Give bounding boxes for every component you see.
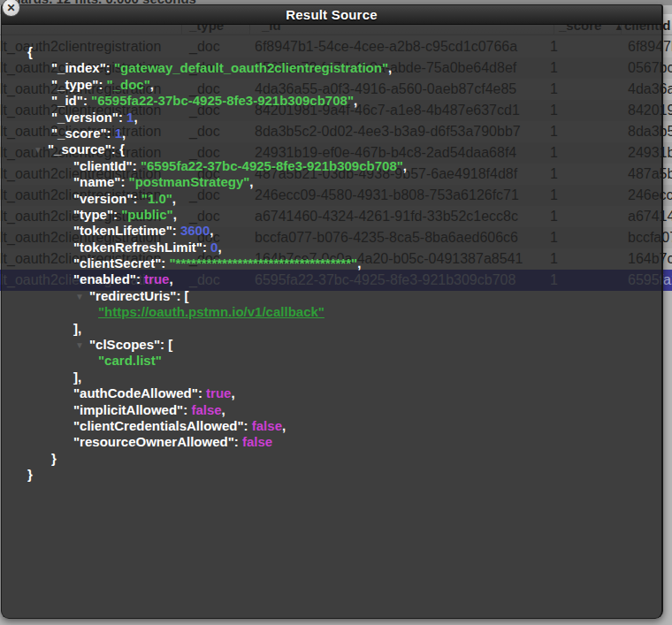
json-line: "authCodeAllowed": true, bbox=[1, 385, 662, 401]
json-line: ], bbox=[1, 370, 662, 385]
json-line: "enabled": true, bbox=[1, 271, 662, 287]
json-token: "_index" bbox=[51, 60, 106, 75]
json-line: "_id": "6595fa22-37bc-4925-8fe3-921b309c… bbox=[1, 93, 662, 109]
json-line: "implicitAllowed": false, bbox=[1, 402, 662, 418]
json-token: 1 bbox=[115, 126, 122, 141]
json-token: "clientSecret" bbox=[73, 255, 161, 271]
json-token: } bbox=[51, 451, 57, 466]
json-token: 3600 bbox=[180, 223, 210, 238]
json-token: false bbox=[252, 418, 282, 433]
json-token: "postmanStrategy" bbox=[129, 174, 250, 189]
json-token: "resourceOwnerAllowed" bbox=[73, 434, 234, 449]
json-token: "_type" bbox=[51, 77, 98, 92]
json-token: : { bbox=[111, 141, 125, 156]
json-token: , bbox=[222, 402, 225, 417]
json-token: , bbox=[134, 110, 137, 125]
json-token: : bbox=[107, 126, 115, 141]
json-token: , bbox=[282, 418, 286, 433]
json-token: , bbox=[173, 207, 177, 222]
screen: _type_id_score▲clientId lt_oauth2clientr… bbox=[0, 0, 672, 625]
json-token: , bbox=[218, 240, 221, 255]
json-token: : bbox=[106, 60, 114, 75]
json-viewer: {"_index": "gateway_default_oauth2client… bbox=[1, 44, 662, 484]
json-token: "card.list" bbox=[98, 353, 162, 368]
json-token: "6595fa22-37bc-4925-8fe3-921b309cb708" bbox=[91, 93, 354, 108]
collapse-triangle-icon[interactable]: ▼ bbox=[75, 338, 84, 354]
json-token: "name" bbox=[73, 174, 120, 189]
json-token: "clientId" bbox=[73, 158, 133, 173]
json-token: { bbox=[27, 44, 33, 59]
json-token: "type" bbox=[73, 207, 113, 222]
json-token: , bbox=[150, 77, 154, 92]
json-line: "card.list" bbox=[1, 353, 662, 369]
json-token: , bbox=[249, 174, 253, 189]
json-token: "_source" bbox=[48, 141, 111, 156]
json-token: , bbox=[231, 385, 234, 400]
json-token: "_score" bbox=[51, 126, 107, 141]
json-line: "clientId": "6595fa22-37bc-4925-8fe3-921… bbox=[1, 158, 662, 174]
json-token: : [ bbox=[160, 337, 172, 352]
json-token: : bbox=[83, 93, 91, 108]
json-token: "enabled" bbox=[73, 271, 136, 286]
json-line: "version": "1.0", bbox=[1, 191, 662, 207]
json-token: "_id" bbox=[51, 93, 83, 108]
json-token: ], bbox=[73, 321, 81, 336]
json-line: "tokenRefreshLimit": 0, bbox=[1, 240, 662, 255]
collapse-triangle-icon[interactable]: ▼ bbox=[34, 142, 42, 158]
json-token: "6595fa22-37bc-4925-8fe3-921b309cb708" bbox=[141, 158, 403, 173]
json-line: ▼"redirectUris": [ bbox=[1, 288, 662, 304]
json-token: : bbox=[136, 271, 144, 286]
json-token: , bbox=[169, 271, 172, 286]
json-token: "tokenLifetime" bbox=[73, 223, 172, 238]
json-token: , bbox=[210, 223, 213, 238]
json-token: "1.0" bbox=[141, 191, 172, 206]
json-token: , bbox=[388, 60, 392, 75]
json-token: , bbox=[172, 191, 176, 206]
json-token: : bbox=[202, 240, 210, 255]
json-token: : bbox=[120, 174, 128, 189]
json-token: "tokenRefreshLimit" bbox=[73, 240, 202, 255]
json-token: true bbox=[144, 271, 169, 286]
json-token: : bbox=[234, 434, 242, 449]
json-line: "_type": "_doc", bbox=[1, 77, 662, 93]
json-line: "tokenLifetime": 3600, bbox=[1, 223, 662, 239]
json-line: } bbox=[1, 467, 662, 483]
modal-title-bar[interactable]: Result Source bbox=[2, 5, 661, 25]
json-token: true bbox=[206, 385, 231, 400]
json-token: : bbox=[198, 385, 206, 400]
json-token: : bbox=[244, 418, 252, 433]
json-token: false bbox=[242, 434, 272, 449]
json-line: "clientCredentialsAllowed": false, bbox=[1, 418, 662, 434]
json-token: "public" bbox=[121, 207, 172, 222]
json-line: ▼"clScopes": [ bbox=[1, 337, 662, 353]
json-token: "version" bbox=[73, 191, 134, 206]
json-token: ], bbox=[73, 370, 81, 385]
json-token: } bbox=[27, 467, 33, 482]
json-line: "resourceOwnerAllowed": false bbox=[1, 434, 662, 450]
json-token: "implicitAllowed" bbox=[73, 402, 183, 417]
json-token: : bbox=[98, 77, 106, 92]
json-token: false bbox=[191, 402, 221, 417]
json-token: : [ bbox=[176, 288, 188, 303]
json-token: "_version" bbox=[51, 110, 118, 125]
json-token: : bbox=[133, 158, 141, 173]
json-token: , bbox=[122, 126, 126, 141]
json-token: : bbox=[134, 191, 141, 206]
json-token: "redirectUris" bbox=[89, 288, 176, 303]
json-line: "_score": 1, bbox=[1, 126, 662, 141]
json-line: ▼"_source": { bbox=[1, 141, 662, 157]
json-token: : bbox=[118, 110, 126, 125]
json-line: "https://oauth.pstmn.io/v1/callback" bbox=[1, 304, 662, 320]
json-line: "name": "postmanStrategy", bbox=[1, 174, 662, 190]
json-token: , bbox=[354, 93, 357, 108]
json-token: : bbox=[172, 223, 180, 238]
redirect-uri-link[interactable]: "https://oauth.pstmn.io/v1/callback" bbox=[98, 304, 325, 319]
json-token: "clientCredentialsAllowed" bbox=[73, 418, 244, 433]
json-line: "clientSecret": "***********************… bbox=[1, 255, 662, 271]
json-token: "gateway_default_oauth2clientregistratio… bbox=[114, 60, 388, 75]
json-token: , bbox=[403, 158, 407, 173]
json-token: , bbox=[357, 255, 361, 271]
json-token: "**********************************" bbox=[169, 255, 357, 271]
json-line: "_index": "gateway_default_oauth2clientr… bbox=[1, 60, 662, 76]
collapse-triangle-icon[interactable]: ▼ bbox=[75, 289, 84, 305]
